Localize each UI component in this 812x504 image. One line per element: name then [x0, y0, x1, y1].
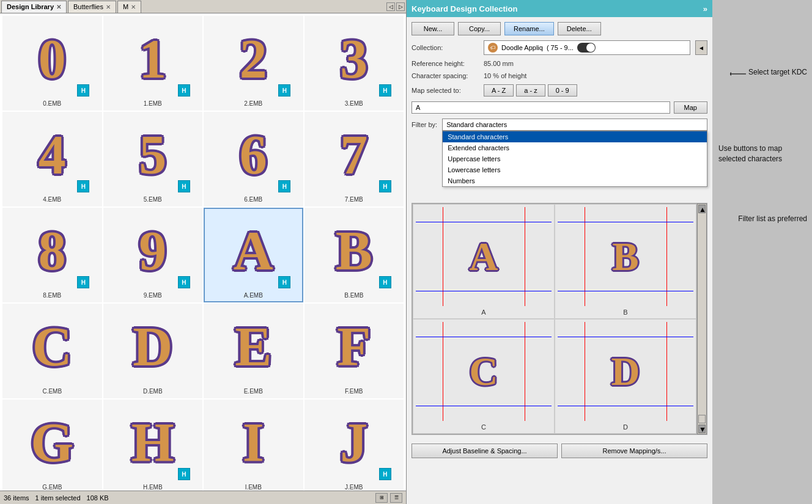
item-5[interactable]: 5 H 5.EMB	[103, 112, 203, 206]
item-5-badge: H	[178, 180, 190, 192]
item-C-char: C	[32, 320, 72, 374]
items-grid: 0 H 0.EMB 1 H 1.EMB 2 H	[2, 16, 404, 491]
map-az-lower-button[interactable]: a - z	[516, 84, 545, 97]
char-cell-D[interactable]: D D	[555, 319, 696, 434]
status-bar: 36 items 1 item selected 108 KB ⊞ ☰	[0, 491, 406, 504]
guide-h2-A	[416, 291, 552, 291]
left-panel: Design Library ✕ Butterflies ✕ M ✕ ◁ ▷	[0, 0, 407, 504]
item-B[interactable]: B H B.EMB	[304, 208, 404, 302]
collection-arrow[interactable]: ◄	[695, 40, 707, 55]
char-spacing-row: Character spacing: 10 % of height	[412, 72, 707, 79]
char-cell-C[interactable]: C C	[413, 319, 555, 434]
char-scrollbar[interactable]: ▲ ▼	[697, 203, 707, 434]
item-H-image: H H	[113, 403, 193, 483]
tab-design-library-close[interactable]: ✕	[56, 4, 61, 10]
scrollbar-up[interactable]: ▲	[698, 205, 706, 213]
guide-h1-D	[558, 337, 693, 337]
copy-button[interactable]: Copy...	[458, 22, 501, 35]
item-C-image: C	[12, 307, 92, 387]
item-4-badge: H	[77, 180, 89, 192]
adjust-baseline-button[interactable]: Adjust Baseline & Spacing...	[412, 444, 558, 458]
delete-button[interactable]: Delete...	[558, 22, 601, 35]
item-0-image: 0 H	[12, 20, 92, 99]
item-J-badge: H	[379, 468, 391, 480]
status-list-icon[interactable]: ☰	[390, 493, 402, 503]
char-B-letter: B	[612, 237, 638, 277]
item-D[interactable]: D D.EMB	[103, 304, 203, 398]
item-B-image: B H	[314, 211, 394, 291]
char-preview-B: B	[558, 207, 693, 306]
svg-marker-1	[730, 72, 731, 76]
remove-mapping-button[interactable]: Remove Mapping/s...	[561, 444, 707, 458]
filter-row: Filter by: Standard characters Extended …	[412, 119, 707, 131]
tab-m-close[interactable]: ✕	[131, 4, 136, 10]
item-0[interactable]: 0 H 0.EMB	[2, 16, 102, 111]
collection-display: 🏷 Doodle Appliq ( 75 - 9...	[484, 40, 690, 55]
tab-butterflies-close[interactable]: ✕	[106, 4, 111, 10]
tab-design-library[interactable]: Design Library ✕	[1, 1, 67, 13]
annotation-map: Use buttons to map selected characters	[718, 144, 807, 164]
dropdown-uppercase[interactable]: Uppercase letters	[443, 153, 707, 164]
new-button[interactable]: New...	[412, 22, 454, 35]
tab-butterflies-label: Butterflies	[73, 3, 103, 10]
map-action-button[interactable]: Map	[674, 101, 707, 114]
collection-toggle[interactable]	[577, 43, 596, 53]
status-grid-icon[interactable]: ⊞	[375, 493, 388, 503]
item-6[interactable]: 6 H 6.EMB	[204, 112, 303, 206]
char-cell-B[interactable]: B B	[555, 204, 696, 319]
item-B-badge: H	[379, 276, 391, 288]
map-az-button[interactable]: A - Z	[484, 84, 514, 97]
scrollbar-down[interactable]: ▼	[698, 425, 706, 433]
item-7[interactable]: 7 H 7.EMB	[304, 112, 404, 206]
tab-m-label: M	[123, 3, 128, 10]
item-3[interactable]: 3 H 3.EMB	[304, 16, 404, 111]
char-cell-A[interactable]: A A	[413, 204, 555, 319]
tab-m[interactable]: M ✕	[117, 1, 141, 13]
item-E-label: E.EMB	[244, 388, 263, 395]
item-8[interactable]: 8 H 8.EMB	[2, 208, 102, 302]
tab-nav-left[interactable]: ◁	[386, 2, 395, 11]
item-G[interactable]: G G.EMB	[2, 400, 102, 491]
item-5-label: 5.EMB	[144, 196, 162, 203]
dropdown-standard[interactable]: Standard characters	[443, 131, 707, 142]
item-2[interactable]: 2 H 2.EMB	[204, 16, 303, 111]
item-A[interactable]: A H A.EMB	[204, 208, 303, 302]
item-E[interactable]: E E.EMB	[204, 304, 303, 398]
item-C[interactable]: C C.EMB	[2, 304, 102, 398]
filter-dropdown: Standard characters Extended characters …	[442, 131, 707, 187]
tab-butterflies[interactable]: Butterflies ✕	[68, 1, 116, 13]
dropdown-numbers[interactable]: Numbers	[443, 175, 707, 186]
filter-label: Filter by:	[412, 121, 437, 128]
annotations: Select target KDC Use buttons to map sel…	[711, 0, 812, 504]
item-I[interactable]: I I.EMB	[204, 400, 303, 491]
map-input-field[interactable]	[412, 101, 670, 114]
main-wrapper: Design Library ✕ Butterflies ✕ M ✕ ◁ ▷	[0, 0, 812, 504]
dropdown-extended[interactable]: Extended characters	[443, 142, 707, 153]
item-0-badge: H	[77, 84, 89, 97]
rename-button[interactable]: Rename...	[504, 22, 554, 35]
dropdown-lowercase[interactable]: Lowercase letters	[443, 164, 707, 175]
item-8-image: 8 H	[12, 211, 92, 291]
item-6-char: 6	[240, 128, 267, 183]
item-H[interactable]: H H H.EMB	[103, 400, 203, 491]
tab-nav-right[interactable]: ▷	[396, 2, 405, 11]
char-D-letter: D	[611, 352, 640, 392]
item-9[interactable]: 9 H 9.EMB	[103, 208, 203, 302]
item-H-badge: H	[178, 468, 190, 480]
map-selected-row: Map selected to: A - Z a - z 0 - 9	[412, 84, 707, 97]
item-0-char: 0	[39, 32, 66, 87]
item-E-char: E	[235, 320, 271, 374]
item-2-label: 2.EMB	[244, 100, 262, 107]
library-content[interactable]: 0 H 0.EMB 1 H 1.EMB 2 H	[0, 13, 406, 491]
item-4[interactable]: 4 H 4.EMB	[2, 112, 102, 206]
map-09-button[interactable]: 0 - 9	[548, 84, 577, 97]
item-4-image: 4 H	[12, 115, 92, 195]
item-J[interactable]: J H J.EMB	[304, 400, 404, 491]
item-F[interactable]: F F.EMB	[304, 304, 404, 398]
kdc-expand-icon[interactable]: »	[703, 4, 707, 13]
filter-select[interactable]: Standard characters Extended characters …	[442, 119, 707, 131]
item-1[interactable]: 1 H 1.EMB	[103, 16, 203, 111]
char-preview-A: A	[416, 207, 552, 306]
status-selected: 1 item selected	[35, 494, 81, 502]
item-1-badge: H	[178, 84, 190, 97]
